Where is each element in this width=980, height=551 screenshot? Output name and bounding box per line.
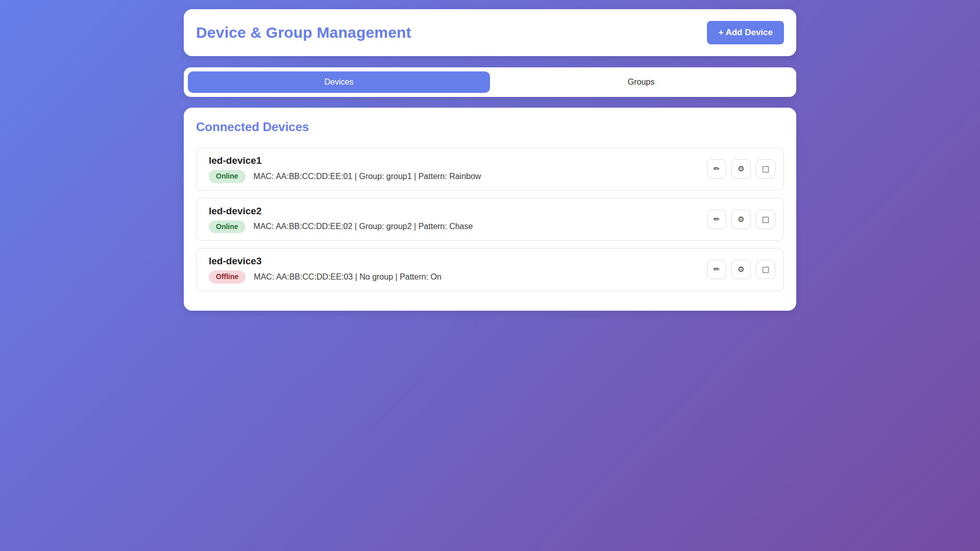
tab-bar: Devices Groups [184,67,796,97]
device-list: led-device1 Online MAC: AA:BB:CC:DD:EE:0… [196,147,784,291]
header-card: Device & Group Management + Add Device [184,9,796,56]
settings-button[interactable]: ⚙ [731,260,751,279]
device-meta: MAC: AA:BB:CC:DD:EE:01 | Group: group1 |… [254,172,481,181]
stop-button[interactable]: □ [756,159,775,179]
gear-icon: ⚙ [738,215,744,224]
device-meta: MAC: AA:BB:CC:DD:EE:03 | No group | Patt… [254,272,442,282]
square-icon: □ [762,215,769,224]
stop-button[interactable]: □ [756,210,775,229]
device-info: Online MAC: AA:BB:CC:DD:EE:02 | Group: g… [209,220,473,234]
device-details: led-device2 Online MAC: AA:BB:CC:DD:EE:0… [209,206,473,234]
tab-devices[interactable]: Devices [188,71,490,93]
device-row: led-device3 Offline MAC: AA:BB:CC:DD:EE:… [196,248,784,291]
gear-icon: ⚙ [738,265,744,274]
page-title: Device & Group Management [196,24,411,41]
device-info: Online MAC: AA:BB:CC:DD:EE:01 | Group: g… [209,170,481,183]
device-name: led-device3 [209,256,442,267]
device-name: led-device1 [209,155,481,166]
device-info: Offline MAC: AA:BB:CC:DD:EE:03 | No grou… [209,270,442,284]
device-actions: ✏⚙□ [707,159,775,179]
status-badge: Online [209,170,246,183]
settings-button[interactable]: ⚙ [731,210,751,229]
section-title: Connected Devices [196,120,784,134]
settings-button[interactable]: ⚙ [731,159,751,179]
status-badge: Online [209,220,246,234]
square-icon: □ [762,164,769,173]
device-row: led-device1 Online MAC: AA:BB:CC:DD:EE:0… [196,147,784,191]
status-badge: Offline [209,270,246,284]
pencil-icon: ✏ [714,215,720,224]
device-actions: ✏⚙□ [707,210,775,229]
connected-devices-card: Connected Devices led-device1 Online MAC… [184,108,796,311]
device-actions: ✏⚙□ [707,260,775,279]
device-details: led-device1 Online MAC: AA:BB:CC:DD:EE:0… [209,155,481,183]
edit-button[interactable]: ✏ [707,260,726,279]
pencil-icon: ✏ [714,265,720,274]
page-container: Device & Group Management + Add Device D… [184,0,796,311]
device-details: led-device3 Offline MAC: AA:BB:CC:DD:EE:… [209,256,442,284]
edit-button[interactable]: ✏ [707,159,726,179]
pencil-icon: ✏ [714,164,720,173]
square-icon: □ [762,265,769,274]
stop-button[interactable]: □ [756,260,775,279]
edit-button[interactable]: ✏ [707,210,726,229]
device-meta: MAC: AA:BB:CC:DD:EE:02 | Group: group2 |… [254,222,473,231]
add-device-button[interactable]: + Add Device [707,21,784,44]
device-row: led-device2 Online MAC: AA:BB:CC:DD:EE:0… [196,198,784,241]
tab-groups[interactable]: Groups [490,71,792,93]
device-name: led-device2 [209,206,473,217]
gear-icon: ⚙ [738,164,744,173]
